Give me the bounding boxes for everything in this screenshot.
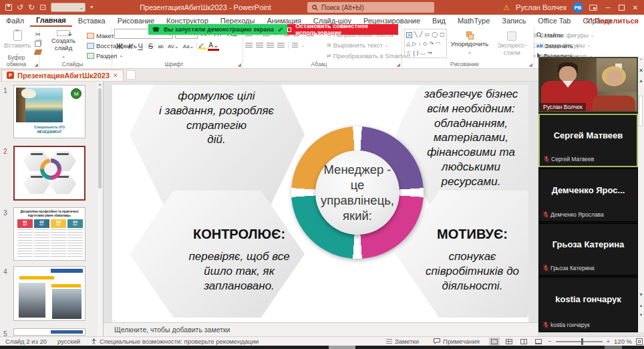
- slide-counter[interactable]: Слайд 2 из 20: [0, 338, 52, 345]
- search-box[interactable]: Поиск (Alt+Ы): [307, 2, 434, 13]
- drawing-dialog-launcher[interactable]: ◢: [529, 62, 532, 68]
- warning-icon[interactable]: ⚠: [503, 3, 510, 12]
- new-document-tab-button[interactable]: [126, 70, 136, 80]
- slide-thumbnail-5[interactable]: [13, 328, 86, 336]
- restore-button[interactable]: [619, 5, 625, 11]
- align-left-icon[interactable]: [245, 43, 253, 48]
- align-right-icon[interactable]: [267, 43, 274, 48]
- undo-icon[interactable]: ↺: [17, 3, 23, 11]
- slide-number-4: 4: [3, 267, 7, 275]
- shapes-gallery[interactable]: A╲╱▭◯▢ △▷↓◇↷◠ ☆{}◡↝: [404, 29, 447, 58]
- redo-icon[interactable]: ↻: [28, 3, 35, 11]
- replace-button[interactable]: ab Заменить⌄: [536, 41, 597, 50]
- ribbon-display-options-icon[interactable]: [589, 5, 597, 11]
- zoom-in-button[interactable]: +: [607, 338, 611, 345]
- participant-tile-3[interactable]: Грьоза Катерина Грьоза Катерина: [538, 223, 638, 275]
- thumbnail-scrollbar[interactable]: ▲: [98, 82, 102, 336]
- start-slideshow-icon[interactable]: ⊡: [39, 3, 46, 11]
- find-button[interactable]: Найти: [536, 31, 597, 39]
- new-slide-button[interactable]: + Создать слайд⌄: [42, 29, 85, 60]
- control-text: перевіряє, щоб все йшло так, як запланов…: [162, 249, 316, 293]
- scrollbar-down-icon[interactable]: ▼: [638, 292, 644, 297]
- char-spacing-icon[interactable]: AV⌄: [166, 43, 180, 49]
- strikethrough-button[interactable]: S: [146, 42, 155, 50]
- font-dialog-launcher[interactable]: ◢: [238, 62, 241, 68]
- text-shadow-icon[interactable]: ab: [156, 43, 165, 49]
- fit-to-window-icon[interactable]: [636, 338, 643, 345]
- stop-share-banner[interactable]: Остановить совместное использование: [287, 24, 398, 35]
- bold-button[interactable]: Ж: [114, 42, 125, 50]
- scrollbar-thumb[interactable]: [639, 96, 643, 126]
- tab-officetab[interactable]: Office Tab: [532, 15, 577, 27]
- participant-label: Демченко Ярослава: [541, 211, 607, 219]
- share-button[interactable]: Поделиться: [585, 15, 639, 27]
- columns-icon[interactable]: [292, 43, 298, 48]
- change-case-icon[interactable]: Aa⌄: [182, 43, 196, 49]
- slide4-photo-left: [19, 283, 45, 318]
- find-icon: [536, 32, 542, 38]
- powerpoint-file-icon: P: [7, 72, 14, 79]
- tab-file[interactable]: Файл: [0, 15, 30, 27]
- document-tab[interactable]: P ПрезентацияАбитШк2023 ✕: [1, 70, 124, 81]
- language-indicator[interactable]: русский: [52, 338, 86, 345]
- comments-toggle[interactable]: Примечания: [428, 338, 485, 345]
- slide-sorter-view-button[interactable]: [504, 338, 514, 346]
- qat-customize-icon[interactable]: ▾: [90, 5, 93, 10]
- slide-canvas[interactable]: Менеджер - це управлінець, який: формулю…: [112, 85, 528, 322]
- tab-mathtype[interactable]: MathType: [452, 15, 496, 27]
- zoom-out-button[interactable]: −: [548, 338, 552, 345]
- slide-scrollbar[interactable]: ⌃ ✕ ▲ ▼ ▴ ▾: [638, 57, 644, 332]
- account-name[interactable]: Руслан Волчек: [516, 3, 567, 11]
- scroll-up-icon[interactable]: ▲: [98, 82, 102, 86]
- close-document-icon[interactable]: ✕: [113, 72, 118, 79]
- slide-thumbnail-3[interactable]: Дисципліни професійної та практичної під…: [13, 207, 86, 261]
- notes-toggle[interactable]: Заметки: [381, 338, 424, 345]
- scrollbar-up-icon[interactable]: ▲: [638, 78, 644, 83]
- accessibility-status[interactable]: Специальные возможности: проверьте реком…: [86, 338, 264, 345]
- participant-tile-4[interactable]: kostia гончарук kostia гончарук: [538, 277, 638, 332]
- next-slide-button[interactable]: ▾: [638, 312, 644, 318]
- slide-thumbnail-1[interactable]: M Спеціальність 073 МЕНЕДЖМЕНТ: [13, 85, 86, 138]
- participant-tile-2[interactable]: Демченко Ярос... Демченко Ярослава: [538, 168, 638, 222]
- reading-view-button[interactable]: [518, 338, 529, 346]
- title-bar-right: ⚠ Руслан Волчек РВ ─ ✕: [503, 0, 644, 15]
- collapse-ribbon-icon[interactable]: ⌃: [638, 58, 644, 64]
- save-icon[interactable]: [5, 4, 12, 11]
- slide-editor-area: Менеджер - це управлінець, який: формулю…: [104, 82, 538, 336]
- italic-button[interactable]: К: [126, 42, 134, 50]
- paragraph-dialog-launcher[interactable]: ◢: [397, 62, 400, 68]
- zoom-level[interactable]: 120 %: [614, 338, 632, 345]
- underline-button[interactable]: Ч: [136, 42, 144, 50]
- slideshow-view-button[interactable]: [533, 338, 544, 346]
- justify-icon[interactable]: [277, 43, 285, 48]
- close-panel-icon[interactable]: ✕: [638, 68, 644, 74]
- quick-styles-button[interactable]: Экспресс-стили: [492, 29, 531, 60]
- slide-thumbnail-2[interactable]: [13, 146, 86, 201]
- tab-view[interactable]: Вид: [426, 15, 452, 27]
- align-center-icon[interactable]: [256, 43, 263, 48]
- powerpoint-window: ↺ ↻ ⊡ ⌄ ▾ ПрезентацияАбитШк2023 - PowerP…: [0, 0, 644, 349]
- qat-dropdown[interactable]: ⌄: [51, 3, 86, 12]
- tab-record[interactable]: Запись: [496, 15, 532, 27]
- window-title: ПрезентацияАбитШк2023 - PowerPoint: [140, 3, 271, 11]
- clipboard-dialog-launcher[interactable]: ◢: [35, 62, 38, 68]
- tab-home[interactable]: Главная: [30, 15, 72, 27]
- notes-pane[interactable]: Щелкните, чтобы добавить заметки: [104, 322, 538, 336]
- slide-thumbnail-4[interactable]: [13, 266, 86, 321]
- clipboard-group: Вставить⌄ ✂ Буфер обмена ◢: [0, 27, 40, 68]
- presenter-video[interactable]: Руслан Волчек: [538, 57, 638, 112]
- zoom-slider[interactable]: [556, 341, 603, 342]
- normal-view-button[interactable]: [489, 338, 500, 346]
- participant-tile-1[interactable]: Сергей Матвеев Сергей Матвеев: [538, 114, 638, 167]
- font-color-icon[interactable]: А⌄: [208, 41, 219, 51]
- tab-insert[interactable]: Вставка: [72, 15, 112, 27]
- close-button[interactable]: ✕: [631, 4, 640, 11]
- zoom-slider-thumb[interactable]: [581, 338, 583, 345]
- previous-slide-button[interactable]: ▴: [638, 303, 644, 308]
- slide-thumbnail-panel: 1 M Спеціальність 073 МЕНЕДЖМЕНТ 2 3 Дис…: [0, 82, 104, 336]
- avatar[interactable]: РВ: [573, 2, 583, 13]
- minimize-button[interactable]: ─: [603, 4, 613, 11]
- taskbar-clock-area: [605, 346, 622, 349]
- highlight-color-icon[interactable]: 🖉: [198, 43, 206, 49]
- arrange-button[interactable]: Упорядочить⌄: [449, 29, 491, 60]
